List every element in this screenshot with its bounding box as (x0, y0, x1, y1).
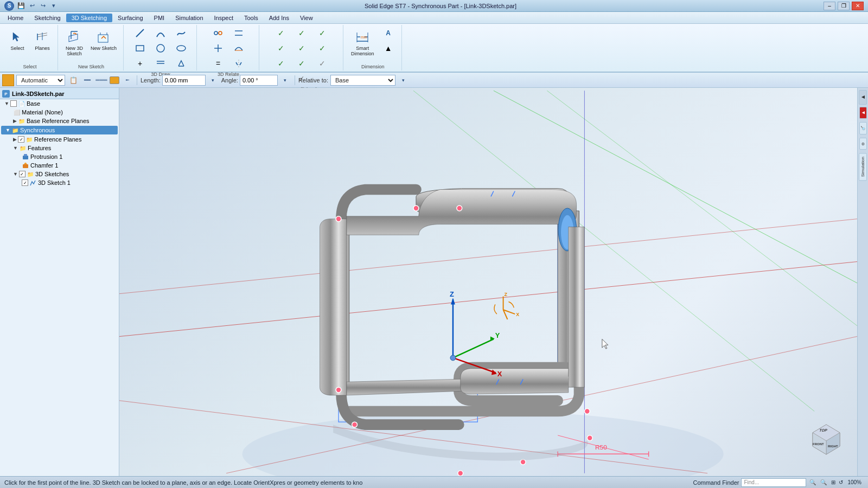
zoom-out-button[interactable]: 🔍 (819, 479, 828, 485)
rotate-button[interactable]: ↺ (839, 479, 843, 485)
tree-check-base[interactable] (10, 100, 17, 107)
tree-check-3d-sketches[interactable]: ✓ (19, 171, 25, 177)
close-button[interactable]: ✕ (852, 2, 864, 10)
restore-button[interactable]: ❐ (838, 2, 850, 10)
tree-item-3d-sketches[interactable]: ▼ ✓ 📁 3D Sketches (0, 170, 119, 178)
tree-arrow-features[interactable]: ▼ (13, 145, 18, 151)
new-sketch-button[interactable]: New Sketch (87, 26, 120, 59)
tree-arrow-3d-sketches[interactable]: ▼ (13, 171, 18, 177)
tree-item-protrusion1[interactable]: Protrusion 1 (0, 152, 119, 161)
ctrl-point-3[interactable] (336, 387, 341, 393)
tree-arrow-base-ref[interactable]: ▶ (13, 118, 17, 124)
zoom-in-button[interactable]: 🔍 (808, 479, 817, 485)
ctrl-point-1[interactable] (413, 206, 419, 211)
menu-inspect[interactable]: Inspect (209, 14, 239, 22)
tree-item-base-ref[interactable]: ▶ 📁 Base Reference Planes (0, 117, 119, 125)
layer-button[interactable]: 📋 (67, 74, 79, 86)
text-button[interactable]: A (379, 26, 398, 40)
view-cube[interactable]: TOP RIGHT FRONT (807, 419, 840, 452)
tangent-button[interactable] (229, 41, 248, 55)
menu-3d-sketching[interactable]: 3D Sketching (66, 14, 112, 22)
tree-arrow-synchronous[interactable]: ▼ (5, 127, 10, 133)
style-select[interactable]: Automatic (16, 75, 65, 86)
tree-item-synchronous[interactable]: ▼ 📁 Synchronous (1, 126, 118, 134)
ctrl-point-5[interactable] (458, 471, 463, 476)
intellisketch-2[interactable]: ✓ (292, 26, 311, 40)
tree-arrow-base[interactable]: ▼ (4, 101, 9, 106)
line-style-1[interactable]: ━━ (81, 74, 93, 86)
new-3d-sketch-button[interactable]: New 3DSketch (62, 26, 86, 59)
right-tab-settings[interactable]: ⚙ (859, 138, 867, 150)
symmetric-button[interactable] (229, 56, 248, 70)
ctrl-point-8[interactable] (584, 409, 590, 414)
project-button[interactable] (171, 56, 191, 70)
length-dropdown[interactable]: ▾ (207, 74, 219, 86)
fit-button[interactable]: ⊞ (830, 479, 837, 485)
tree-item-material[interactable]: ⬜ Material (None) (0, 108, 119, 117)
arc-button[interactable] (151, 26, 170, 40)
ctrl-point-9[interactable] (457, 206, 462, 211)
intellisketch-5[interactable]: ✓ (292, 41, 311, 55)
menu-simulation[interactable]: Simulation (170, 14, 208, 22)
right-tab-1[interactable]: ▶ (859, 90, 867, 105)
right-tab-youtube[interactable]: ▶ (859, 107, 867, 119)
ctrl-point-4[interactable] (352, 422, 358, 427)
angle-dropdown[interactable]: ▾ (279, 74, 291, 86)
length-input[interactable] (162, 75, 206, 86)
equal-button[interactable]: = (208, 56, 228, 70)
intellisketch-9[interactable]: ✓ (312, 56, 332, 70)
color-swatch[interactable] (2, 74, 14, 86)
tree-item-base[interactable]: ▼ 📄 Base (0, 99, 119, 108)
line-color-1[interactable] (110, 76, 119, 84)
save-button[interactable]: 💾 (16, 1, 26, 11)
tree-item-chamfer1[interactable]: Chamfer 1 (0, 161, 119, 170)
arrow-button[interactable]: ▲ (379, 41, 398, 55)
rectangle-button[interactable] (130, 41, 150, 55)
menu-pmi[interactable]: PMI (149, 14, 170, 22)
select-button[interactable]: Select (5, 26, 29, 53)
planes-button[interactable]: Planes (30, 26, 54, 53)
angle-input[interactable] (240, 75, 278, 86)
ctrl-point-7[interactable] (587, 435, 592, 441)
intellisketch-6[interactable]: ✓ (312, 41, 332, 55)
coincident-button[interactable] (208, 26, 228, 40)
tree-check-ref-planes[interactable]: ✓ (18, 136, 24, 143)
intellisketch-3[interactable]: ✓ (312, 26, 332, 40)
redo-button[interactable]: ↪ (38, 1, 48, 11)
tree-check-3d-sketch1[interactable]: ✓ (22, 179, 28, 186)
offset-button[interactable] (151, 56, 170, 70)
menu-surfacing[interactable]: Surfacing (112, 14, 148, 22)
line-style-2[interactable]: ═══ (95, 74, 107, 86)
smart-dimension-button[interactable]: mm SmartDimension (348, 26, 378, 59)
perpendicular-button[interactable] (208, 41, 228, 55)
ellipse-button[interactable] (171, 41, 191, 55)
point-button[interactable]: + (130, 56, 150, 70)
line-style-3[interactable]: ╾ (122, 74, 133, 86)
line-button[interactable] (130, 26, 150, 40)
minimize-button[interactable]: – (824, 2, 835, 10)
right-tab-inspect[interactable]: 🔍 (859, 122, 867, 134)
parallel-button[interactable] (229, 26, 248, 40)
menu-home[interactable]: Home (2, 14, 29, 22)
tree-arrow-ref-planes[interactable]: ▶ (13, 137, 17, 142)
right-tab-simulation[interactable]: Simulation (859, 153, 867, 181)
dropdown-button[interactable]: ▾ (49, 1, 59, 11)
tree-item-features[interactable]: ▼ 📁 Features (0, 144, 119, 152)
intellisketch-7[interactable]: ✓ (271, 56, 291, 70)
tree-item-3d-sketch1[interactable]: ✓ 3D Sketch 1 (0, 178, 119, 187)
circle-button[interactable] (151, 41, 170, 55)
intellisketch-4[interactable]: ✓ (271, 41, 291, 55)
menu-addins[interactable]: Add Ins (264, 14, 295, 22)
ctrl-point-2[interactable] (336, 216, 341, 222)
menu-view[interactable]: View (295, 14, 318, 22)
spline-button[interactable] (171, 26, 191, 40)
undo-button[interactable]: ↩ (27, 1, 37, 11)
command-finder-input[interactable]: Find... (741, 478, 806, 487)
tree-item-ref-planes[interactable]: ▶ ✓ 📁 Reference Planes (0, 135, 119, 144)
intellisketch-1[interactable]: ✓ (271, 26, 291, 40)
3d-viewport[interactable]: R50 (119, 88, 857, 476)
menu-tools[interactable]: Tools (239, 14, 264, 22)
relative-select[interactable]: Base (330, 75, 395, 86)
relative-dropdown[interactable]: ▾ (398, 74, 410, 86)
menu-sketching[interactable]: Sketching (29, 14, 66, 22)
